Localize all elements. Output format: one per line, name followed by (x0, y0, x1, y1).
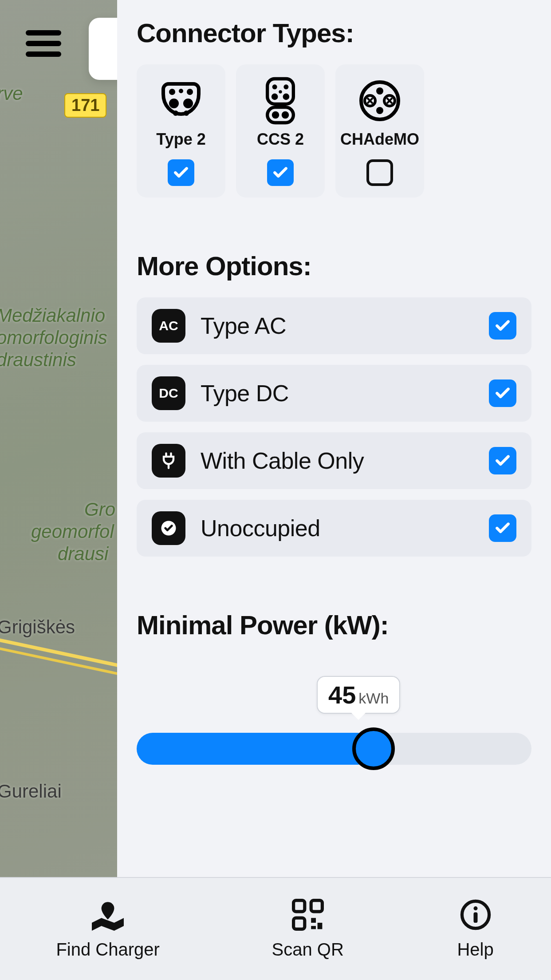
option-checkbox[interactable] (489, 379, 516, 407)
option-checkbox[interactable] (489, 514, 516, 542)
map-label: draustinis (0, 350, 76, 370)
connector-types-title: Connector Types: (137, 18, 531, 48)
svg-point-14 (272, 111, 279, 119)
nav-scan-qr[interactable]: Scan QR (272, 899, 344, 960)
check-icon (494, 317, 511, 334)
check-icon (494, 520, 511, 537)
power-unit: kWh (358, 690, 389, 707)
option-label: Unoccupied (201, 515, 320, 541)
connector-card-chademo[interactable]: CHAdeMO (335, 64, 424, 198)
connector-checkbox[interactable] (267, 159, 294, 186)
ccs2-connector-icon (255, 77, 306, 125)
check-circle-icon (152, 511, 185, 545)
svg-point-33 (473, 906, 477, 910)
map-label: Medžiakalnio (0, 305, 105, 326)
dc-badge-icon: DC (152, 376, 185, 410)
slider-fill (137, 733, 374, 765)
svg-point-2 (187, 89, 193, 95)
svg-point-3 (169, 99, 179, 108)
option-row-unoccupied[interactable]: Unoccupied (137, 500, 531, 557)
svg-rect-34 (473, 912, 477, 922)
svg-rect-28 (293, 918, 304, 929)
map-label: Gro (84, 499, 115, 520)
option-row-type-ac[interactable]: AC Type AC (137, 297, 531, 354)
nav-find-charger[interactable]: Find Charger (56, 899, 159, 960)
minimal-power-title: Minimal Power (kW): (137, 610, 531, 640)
option-label: With Cable Only (201, 447, 364, 474)
map-pin-icon (88, 899, 127, 931)
connector-checkbox[interactable] (366, 159, 393, 186)
plug-icon (152, 444, 185, 478)
map-label: Grigiškės (0, 617, 75, 637)
svg-rect-30 (317, 923, 322, 929)
more-options-title: More Options: (137, 251, 531, 281)
svg-rect-31 (311, 926, 316, 929)
option-label: Type DC (201, 380, 289, 407)
connector-label: Type 2 (156, 130, 205, 149)
svg-point-8 (272, 84, 277, 89)
svg-rect-13 (268, 107, 294, 123)
connector-label: CCS 2 (257, 130, 304, 149)
map-label: erve (0, 83, 23, 104)
check-icon (494, 452, 511, 469)
svg-point-6 (184, 111, 189, 116)
option-row-type-dc[interactable]: DC Type DC (137, 365, 531, 422)
svg-point-10 (272, 94, 278, 100)
svg-point-1 (179, 89, 183, 93)
type2-connector-icon (155, 77, 207, 125)
svg-point-9 (283, 84, 288, 89)
chademo-connector-icon (354, 77, 405, 125)
qr-icon (288, 899, 327, 931)
svg-rect-26 (293, 900, 304, 911)
route-shield: 171 (64, 93, 106, 118)
info-icon (456, 899, 495, 931)
svg-point-4 (183, 99, 193, 108)
nav-help[interactable]: Help (456, 899, 495, 960)
power-tooltip: 45 kWh (317, 676, 400, 714)
map-label: omorfologinis (0, 328, 107, 348)
slider-thumb[interactable] (352, 727, 395, 770)
filter-panel: Connector Types: Type 2 (117, 0, 551, 980)
svg-rect-29 (311, 918, 316, 923)
svg-point-15 (282, 111, 289, 119)
bottom-nav: Find Charger Scan QR (0, 877, 551, 980)
connector-card-ccs2[interactable]: CCS 2 (236, 64, 325, 198)
nav-label: Scan QR (272, 940, 344, 960)
svg-point-0 (169, 89, 175, 95)
nav-label: Help (457, 940, 493, 960)
svg-point-12 (279, 90, 282, 93)
connector-checkbox[interactable] (168, 159, 194, 186)
menu-button[interactable] (26, 30, 61, 57)
connector-card-type2[interactable]: Type 2 (137, 64, 225, 198)
svg-point-17 (376, 87, 383, 95)
check-icon (494, 385, 511, 402)
check-icon (173, 164, 189, 181)
check-icon (272, 164, 289, 181)
ac-badge-icon: AC (152, 309, 185, 343)
map-label: drausi (58, 544, 108, 564)
option-row-with-cable[interactable]: With Cable Only (137, 432, 531, 489)
nav-label: Find Charger (56, 940, 159, 960)
svg-rect-27 (311, 900, 322, 911)
option-label: Type AC (201, 312, 286, 339)
option-checkbox[interactable] (489, 312, 516, 340)
power-slider[interactable]: 45 kWh (137, 676, 531, 774)
svg-point-11 (283, 94, 290, 100)
map-label: geomorfol (31, 522, 114, 542)
connector-label: CHAdeMO (340, 130, 419, 149)
svg-point-5 (173, 111, 178, 116)
slider-track[interactable] (137, 733, 531, 765)
map-label: Gureliai (0, 781, 62, 802)
option-checkbox[interactable] (489, 447, 516, 474)
power-value: 45 (328, 680, 356, 709)
svg-point-18 (376, 107, 383, 114)
